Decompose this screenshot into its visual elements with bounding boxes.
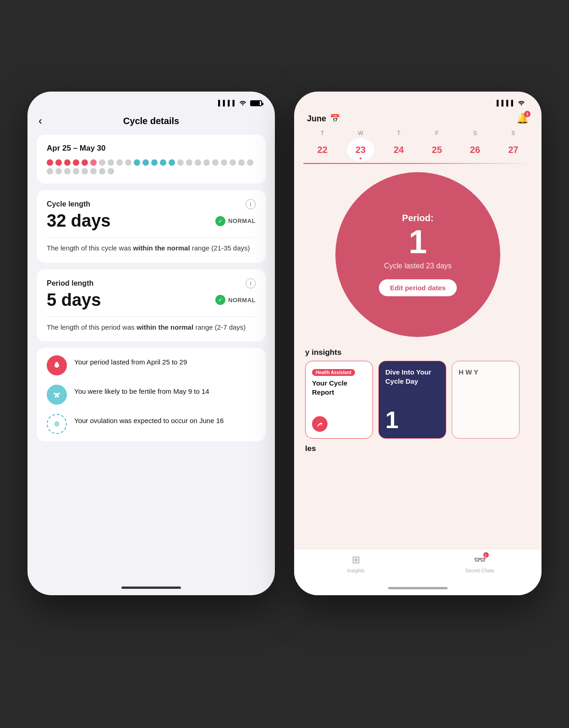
fertile-icon [47, 385, 67, 405]
list-item-ovulation: Your ovulation was expected to occur on … [47, 414, 256, 434]
month-label: June [307, 114, 326, 124]
insight-card-cycle-day[interactable]: Dive Into Your Cycle Day 1 [378, 361, 446, 439]
p1-status-bar: ▐▐▐▐ [27, 92, 275, 111]
period-status-label: NORMAL [228, 297, 256, 304]
cycle-day-number: 1 [385, 408, 439, 432]
insight-card-partial[interactable]: H W Y [452, 361, 520, 439]
phone2-main-app: ▐▐▐▐ June 📅 🔔 1 T W T F S [294, 92, 542, 595]
dot-gray [203, 159, 210, 166]
main-circle-container: Period: 1 Cycle lasted 23 days Edit peri… [294, 168, 542, 342]
notification-bell[interactable]: 🔔 1 [516, 113, 529, 125]
month-display: June 📅 [307, 114, 340, 124]
svg-point-5 [57, 396, 59, 397]
dot-teal [151, 159, 158, 166]
period-length-status: ✓ NORMAL [215, 295, 256, 305]
list-item-period: Your period lasted from April 25 to 29 [47, 355, 256, 375]
dot-teal [169, 159, 175, 166]
cycle-dots [47, 159, 256, 174]
dot-gray [238, 159, 245, 166]
cycle-length-card: Cycle length i 32 days ✓ NORMAL The leng… [37, 190, 266, 263]
cycle-status-label: NORMAL [228, 217, 256, 224]
dot-teal [134, 159, 140, 166]
calendar-week: T W T F S S 22 23 24 25 26 27 [294, 130, 542, 163]
secret-chats-nav-label: Secret Chats [465, 568, 494, 573]
nav-item-secret-chats[interactable]: 👓 1 Secret Chats [418, 554, 542, 573]
insights-nav-icon: ⊞ [352, 554, 360, 566]
calendar-day-27[interactable]: 27 [499, 138, 527, 161]
dot-gray [99, 159, 105, 166]
cycle-length-value: 32 days [47, 211, 110, 231]
calendar-day-24[interactable]: 24 [385, 138, 412, 161]
cycle-report-icon-row [312, 416, 366, 432]
dot-gray [212, 159, 219, 166]
dot-gray [186, 159, 192, 166]
phone1-cycle-details: ▐▐▐▐ ‹ Cycle details Apr 25 – May 30 [27, 92, 275, 595]
dot-gray [90, 168, 97, 174]
dot-gray [177, 159, 184, 166]
period-length-value: 5 days [47, 290, 101, 310]
dot-gray [195, 159, 201, 166]
dot-gray [64, 168, 71, 174]
secret-chats-badge: 1 [483, 552, 489, 558]
list-item-fertile: You were likely to be fertile from May 9… [47, 385, 256, 405]
page-title: Cycle details [123, 116, 179, 126]
secret-chats-icon-wrapper: 👓 1 [474, 554, 486, 566]
dot-gray [125, 159, 131, 166]
dot-gray [221, 159, 227, 166]
calendar-underline [303, 163, 532, 164]
dot-gray [230, 159, 236, 166]
calendar-day-26[interactable]: 26 [461, 138, 489, 161]
day-number: 1 [409, 225, 427, 258]
info-button[interactable]: i [246, 199, 256, 209]
dot-gray [99, 168, 105, 174]
back-button[interactable]: ‹ [38, 114, 42, 127]
insights-nav-label: Insights [347, 568, 365, 573]
cal-day-name: T [385, 130, 412, 136]
signal-icon-2: ▐▐▐▐ [495, 100, 514, 106]
period-circle: Period: 1 Cycle lasted 23 days Edit peri… [335, 172, 500, 337]
calendar-icon[interactable]: 📅 [330, 114, 340, 124]
date-range-label: Apr 25 – May 30 [47, 144, 256, 153]
dot-gray [116, 159, 123, 166]
svg-point-2 [54, 392, 55, 394]
period-length-label: Period length [47, 279, 93, 288]
cal-day-name: S [499, 130, 527, 136]
dot-gray [47, 168, 53, 174]
cal-day-name: T [309, 130, 336, 136]
svg-point-3 [58, 392, 60, 394]
battery-icon [250, 100, 262, 106]
ovulation-info-text: Your ovulation was expected to occur on … [74, 414, 224, 426]
calendar-day-22[interactable]: 22 [309, 138, 336, 161]
dot-gray [82, 168, 88, 174]
edit-period-dates-button[interactable]: Edit period dates [379, 279, 457, 296]
date-range-card: Apr 25 – May 30 [37, 135, 266, 184]
period-icon [47, 355, 67, 375]
dot-gray [108, 159, 114, 166]
partial-title: H W Y [459, 368, 513, 377]
dot-period [82, 159, 88, 166]
calendar-day-25[interactable]: 25 [423, 138, 451, 161]
calendar-days: 22 23 24 25 26 27 [303, 138, 532, 161]
dot-period [47, 159, 53, 166]
dot-teal [142, 159, 149, 166]
dot-period [64, 159, 71, 166]
insight-card-health-assistant[interactable]: Health Assistant Your Cycle Report [305, 361, 373, 439]
cycle-length-description: The length of this cycle was within the … [47, 243, 256, 254]
p1-scroll-content: Apr 25 – May 30 [27, 135, 275, 580]
info-button-2[interactable]: i [246, 278, 256, 288]
home-indicator-2 [294, 584, 542, 595]
articles-section-label: les [294, 439, 542, 457]
dot-gray [247, 159, 253, 166]
check-icon-2: ✓ [215, 295, 225, 305]
calendar-day-23-today[interactable]: 23 [347, 138, 374, 161]
p1-header: ‹ Cycle details [27, 111, 275, 135]
cycle-length-status: ✓ NORMAL [215, 216, 256, 226]
cycle-length-label: Cycle length [47, 200, 90, 208]
dot-teal [160, 159, 166, 166]
nav-item-insights[interactable]: ⊞ Insights [294, 554, 418, 573]
ovulation-icon [47, 414, 67, 434]
insights-cards-row: Health Assistant Your Cycle Report Dive … [294, 361, 542, 439]
wifi-icon-2 [518, 99, 525, 107]
cycle-report-title: Your Cycle Report [312, 379, 366, 397]
cal-day-name: F [423, 130, 451, 136]
